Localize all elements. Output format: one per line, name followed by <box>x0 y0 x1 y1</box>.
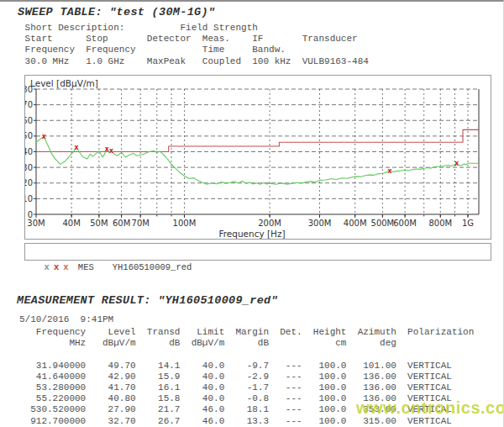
chart-legend: xxx MESYH160510009_red <box>24 243 491 261</box>
svg-text:50: 50 <box>25 131 33 140</box>
svg-text:10: 10 <box>25 194 33 203</box>
svg-text:60: 60 <box>25 116 33 125</box>
svg-text:x: x <box>41 132 46 140</box>
svg-text:800M: 800M <box>428 219 452 228</box>
svg-text:600M: 600M <box>393 219 417 228</box>
watermark-text: www.cntronics.com <box>356 398 504 418</box>
legend-marker-icons: xxx <box>36 262 78 272</box>
svg-text:Frequency [Hz]: Frequency [Hz] <box>218 229 285 239</box>
emc-report-page: { "sweep_table": { "title": "SWEEP TABLE… <box>0 0 504 427</box>
sweep-table-parameters: Short Description: Field Strength Start … <box>19 23 369 67</box>
svg-text:60M: 60M <box>113 219 130 228</box>
legend-x-marker-icon: x <box>63 262 68 272</box>
svg-text:30: 30 <box>25 163 33 172</box>
svg-text:x: x <box>454 159 459 167</box>
svg-text:200M: 200M <box>258 219 281 228</box>
svg-text:1G: 1G <box>462 219 474 228</box>
svg-text:300M: 300M <box>308 219 332 228</box>
sweep-chart-plot: 0102030405060708030M40M50M60M70M100M200M… <box>25 76 491 239</box>
svg-text:0: 0 <box>28 210 33 219</box>
svg-text:80: 80 <box>25 85 33 94</box>
svg-text:400M: 400M <box>344 219 367 228</box>
legend-x-marker-icon: x <box>45 262 50 272</box>
svg-text:30M: 30M <box>27 219 45 228</box>
svg-text:70M: 70M <box>132 219 150 228</box>
svg-text:500M: 500M <box>371 219 395 228</box>
svg-text:50M: 50M <box>90 219 108 228</box>
svg-text:100M: 100M <box>173 219 197 228</box>
svg-text:70: 70 <box>25 100 33 109</box>
sweep-table-title: SWEEP TABLE: "test (30M-1G)" <box>18 6 215 18</box>
svg-text:x: x <box>387 166 392 175</box>
level-chart: Level [dBµV/m] 0102030405060708030M40M50… <box>24 75 491 240</box>
measurement-result-title: MEASUREMENT RESULT: "YH160510009_red" <box>17 294 278 307</box>
svg-text:20: 20 <box>25 178 33 187</box>
legend-trace-name: YH160510009_red <box>113 262 192 272</box>
legend-series-label: MES <box>78 262 94 272</box>
svg-text:40M: 40M <box>62 219 80 228</box>
svg-text:x: x <box>109 146 114 155</box>
svg-text:x: x <box>74 143 79 151</box>
svg-text:40: 40 <box>25 147 33 156</box>
measurement-timestamp: 5/10/2016 9:41PM <box>19 314 113 325</box>
legend-x-marker-icon: x <box>54 262 59 272</box>
